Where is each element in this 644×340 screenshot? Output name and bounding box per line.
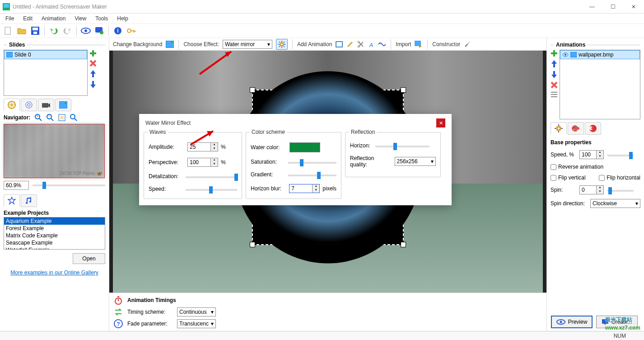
preview-icon[interactable] bbox=[80, 25, 91, 36]
detalization-slider[interactable] bbox=[186, 176, 237, 178]
prop-speed-slider[interactable] bbox=[607, 155, 634, 156]
menubar: File Edit Animation View Tools Help bbox=[0, 14, 644, 24]
flipv-checkbox[interactable] bbox=[551, 175, 556, 181]
import-icon[interactable] bbox=[415, 41, 423, 48]
reverse-checkbox[interactable] bbox=[551, 164, 556, 170]
menu-tools[interactable]: Tools bbox=[92, 14, 112, 23]
example-item[interactable]: Waterfall Example bbox=[4, 246, 105, 250]
menu-animation[interactable]: Animation bbox=[38, 14, 69, 23]
dialog-close-button[interactable]: ✕ bbox=[436, 118, 445, 128]
spin-slider[interactable] bbox=[607, 190, 634, 192]
effect-settings-button[interactable] bbox=[276, 39, 288, 50]
zoom-actual-icon[interactable] bbox=[70, 114, 77, 121]
info-icon[interactable]: i bbox=[112, 25, 123, 36]
redo-icon[interactable] bbox=[62, 25, 73, 36]
water-color-swatch[interactable] bbox=[289, 142, 320, 152]
gallery-link[interactable]: More examples in our Online Gallery bbox=[4, 269, 105, 276]
tab-nav-target[interactable] bbox=[21, 99, 37, 111]
example-item[interactable]: Aquarium Example bbox=[4, 217, 105, 225]
spin-spinner[interactable]: ▲▼ bbox=[579, 185, 604, 194]
example-item[interactable]: Seascape Example bbox=[4, 239, 105, 246]
gradient-slider[interactable] bbox=[288, 175, 336, 176]
close-button[interactable]: ✕ bbox=[623, 0, 644, 14]
new-icon[interactable] bbox=[3, 25, 14, 36]
speed-slider[interactable] bbox=[186, 189, 237, 191]
example-item[interactable]: Matrix Code Example bbox=[4, 232, 105, 239]
menu-file[interactable]: File bbox=[2, 14, 18, 23]
perspective-spinner[interactable]: ▲▼ bbox=[187, 158, 218, 167]
scissors-icon[interactable] bbox=[357, 41, 364, 48]
slides-list[interactable]: Slide 0 bbox=[4, 50, 88, 96]
anim-up-icon[interactable] bbox=[551, 60, 558, 68]
effect-dropdown[interactable]: Water mirror▾ bbox=[223, 40, 272, 49]
screensaver-icon[interactable] bbox=[94, 25, 105, 36]
help-icon[interactable]: ? bbox=[114, 319, 123, 328]
wrench-icon[interactable] bbox=[464, 41, 471, 48]
tab-favorites[interactable] bbox=[4, 194, 20, 207]
zoom-slider[interactable] bbox=[33, 184, 105, 186]
menu-help[interactable]: Help bbox=[113, 14, 132, 23]
delete-slide-icon[interactable] bbox=[89, 60, 97, 67]
open-example-button[interactable]: Open bbox=[73, 253, 105, 264]
timing-scheme-dropdown[interactable]: Continuous▾ bbox=[177, 307, 216, 316]
rtab-palette[interactable] bbox=[568, 122, 584, 135]
fliph-checkbox[interactable] bbox=[599, 175, 605, 181]
bg-picker-icon[interactable] bbox=[166, 41, 174, 48]
add-slide-icon[interactable] bbox=[89, 50, 97, 57]
rtab-spiral[interactable] bbox=[585, 122, 601, 135]
move-up-icon[interactable] bbox=[89, 70, 97, 78]
menu-edit[interactable]: Edit bbox=[19, 14, 36, 23]
film-icon[interactable] bbox=[336, 41, 343, 47]
horizon-blur-label: Horizon blur: bbox=[251, 185, 286, 192]
reflection-quality-dropdown[interactable]: 256x256▾ bbox=[395, 157, 436, 166]
change-bg-label[interactable]: Change Background bbox=[113, 41, 162, 47]
brush-icon[interactable] bbox=[346, 41, 354, 48]
delete-anim-icon[interactable] bbox=[551, 81, 558, 89]
key-icon[interactable] bbox=[126, 25, 137, 36]
move-down-icon[interactable] bbox=[89, 80, 97, 89]
save-icon[interactable] bbox=[30, 25, 41, 36]
example-item[interactable]: Forest Example bbox=[4, 225, 105, 232]
import-label[interactable]: Import bbox=[396, 41, 411, 47]
add-animation-label[interactable]: Add Animation bbox=[297, 41, 332, 47]
anim-down-icon[interactable] bbox=[551, 71, 558, 79]
preview-button[interactable]: Preview bbox=[551, 316, 593, 328]
svg-text:A: A bbox=[369, 42, 373, 48]
zoom-input[interactable] bbox=[4, 181, 29, 190]
zoom-fit-icon[interactable] bbox=[58, 114, 65, 121]
detalization-label: Detalization: bbox=[149, 173, 183, 179]
horizon-slider[interactable] bbox=[375, 146, 429, 147]
add-anim-icon[interactable] bbox=[551, 50, 558, 57]
animations-list[interactable]: wallpaper.bmp bbox=[560, 50, 640, 119]
horizon-blur-spinner[interactable]: ▲▼ bbox=[289, 184, 320, 193]
maximize-button[interactable]: ☐ bbox=[602, 0, 623, 14]
navigator-thumbnail[interactable]: DESKTOP Paints 🦋 bbox=[4, 124, 105, 178]
tab-music[interactable] bbox=[21, 194, 37, 207]
tab-nav-wheel[interactable] bbox=[4, 99, 20, 111]
animation-item-0[interactable]: wallpaper.bmp bbox=[560, 50, 640, 59]
undo-icon[interactable] bbox=[48, 25, 59, 36]
menu-view[interactable]: View bbox=[71, 14, 90, 23]
text-icon[interactable]: A bbox=[368, 41, 374, 48]
svg-point-15 bbox=[26, 102, 32, 108]
wave-icon[interactable] bbox=[378, 41, 386, 47]
eye-icon[interactable] bbox=[562, 52, 569, 57]
examples-list[interactable]: Aquarium Example Forest Example Matrix C… bbox=[4, 217, 105, 250]
rtab-settings[interactable] bbox=[551, 122, 567, 135]
spin-dir-dropdown[interactable]: Clockwise▾ bbox=[590, 199, 640, 208]
fade-param-dropdown[interactable]: Translucenc▾ bbox=[177, 319, 216, 328]
minimize-button[interactable]: — bbox=[582, 0, 602, 14]
list-icon[interactable] bbox=[551, 91, 558, 98]
tab-nav-image[interactable] bbox=[55, 99, 71, 111]
svg-text:+: + bbox=[36, 114, 39, 119]
prop-speed-spinner[interactable]: ▲▼ bbox=[579, 150, 604, 159]
svg-point-7 bbox=[84, 29, 87, 32]
slide-item-0[interactable]: Slide 0 bbox=[4, 50, 87, 59]
canvas[interactable]: Water Mirror Effect ✕ Waves Amplitude: ▲… bbox=[109, 51, 546, 293]
zoom-in-icon[interactable]: + bbox=[35, 114, 42, 121]
saturation-slider[interactable] bbox=[288, 162, 336, 164]
open-icon[interactable] bbox=[16, 25, 27, 36]
tab-nav-camera[interactable] bbox=[38, 99, 54, 111]
zoom-out-icon[interactable]: − bbox=[47, 114, 54, 121]
constructor-label[interactable]: Constructor bbox=[432, 41, 460, 47]
